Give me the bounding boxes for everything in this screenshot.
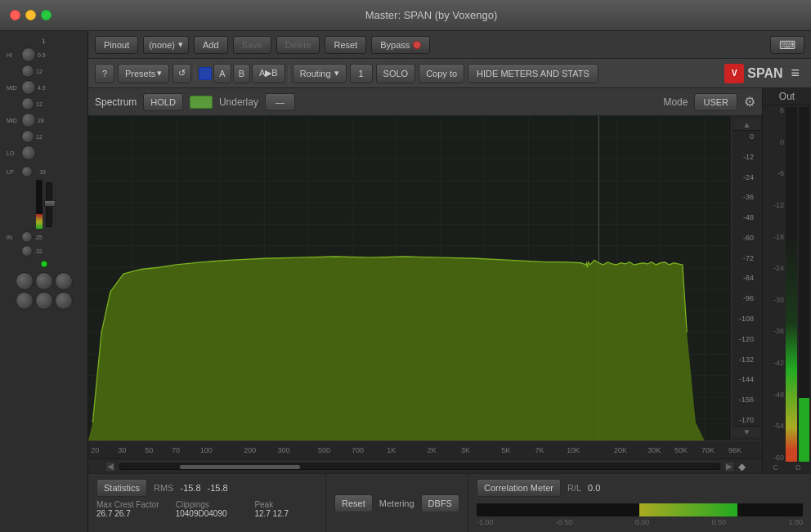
statistics-label[interactable]: Statistics: [96, 479, 147, 497]
fader-track[interactable]: [46, 182, 52, 227]
lo-knob[interactable]: [21, 145, 36, 160]
knob-extra4[interactable]: [16, 292, 34, 310]
menu-icon[interactable]: ≡: [786, 65, 804, 82]
hi-knob[interactable]: [21, 47, 36, 62]
routing-button[interactable]: Routing ▾: [293, 64, 347, 83]
solo-button[interactable]: SOLO: [376, 64, 416, 83]
c-label: C: [773, 463, 779, 472]
window-title: Master: SPAN (by Voxengo): [61, 9, 801, 21]
mid-knob[interactable]: [21, 80, 36, 95]
maximize-button[interactable]: [41, 10, 52, 20]
delete-button[interactable]: Delete: [276, 36, 320, 54]
rl-value: 0.0: [588, 483, 600, 493]
knob6[interactable]: [21, 130, 34, 143]
fader-thumb[interactable]: [44, 200, 56, 207]
bypass-button[interactable]: Bypass: [371, 36, 430, 54]
scroll-right-button[interactable]: ▶: [724, 461, 735, 472]
db-label-60: -60: [733, 234, 757, 242]
help-button[interactable]: ?: [95, 64, 114, 83]
db-label-144: -144: [733, 375, 757, 383]
freq-1k: 1K: [387, 446, 396, 454]
mini-meter: [36, 180, 43, 229]
knob-extra3[interactable]: [55, 272, 73, 290]
corr-scale-0.5: 0.50: [712, 518, 727, 526]
scroll-thumb-horizontal[interactable]: [180, 465, 300, 469]
lp-knob[interactable]: [21, 166, 33, 177]
stats-header: Statistics RMS -15.8 -15.8: [96, 479, 317, 497]
scale--6: -6: [764, 170, 784, 177]
knob2[interactable]: [21, 65, 34, 78]
knob4[interactable]: [21, 97, 34, 110]
freq-96k: 96K: [728, 446, 742, 454]
db-scroll-down[interactable]: ▼: [733, 426, 760, 437]
freq-700: 700: [352, 446, 364, 454]
a-indicator: [199, 67, 212, 80]
reset-top-button[interactable]: Reset: [325, 36, 366, 54]
in-knob[interactable]: [21, 231, 33, 243]
mode-label: Mode: [663, 96, 688, 108]
keyboard-button[interactable]: ⌨: [770, 36, 804, 54]
minimize-button[interactable]: [25, 10, 36, 20]
freq-scale: 20 30 50 70 100 200 300 500 700 1K 2K 3K…: [88, 440, 762, 458]
a-button[interactable]: A: [213, 64, 231, 83]
knob-extra1[interactable]: [16, 272, 34, 290]
channel-number[interactable]: 1: [350, 64, 373, 83]
presets-button[interactable]: Presets ▾: [118, 64, 169, 83]
knob-extra5[interactable]: [35, 292, 53, 310]
statistics-section: Statistics RMS -15.8 -15.8 Max Crest Fac…: [88, 474, 325, 532]
settings-icon[interactable]: ⚙: [744, 94, 755, 110]
correlation-label[interactable]: Correlation Meter: [477, 479, 561, 497]
dbfs-button[interactable]: DBFS: [421, 494, 459, 512]
scroll-left-button[interactable]: ◀: [105, 461, 116, 472]
horizontal-scrollbar: ◀ ▶ ◆: [88, 458, 762, 473]
out-label: Out: [763, 88, 811, 105]
scale--30: -30: [764, 297, 784, 304]
hold-button[interactable]: HOLD: [143, 93, 183, 111]
knob-extra6[interactable]: [55, 292, 73, 310]
db-label-72: -72: [733, 254, 757, 262]
plugin-main: Pinout (none) ▾ Add Save Delete Reset By…: [88, 31, 811, 532]
voxengo-logo: V: [724, 64, 744, 83]
add-button[interactable]: Add: [194, 36, 228, 54]
knob8[interactable]: [21, 245, 33, 257]
cd-labels: C D: [763, 463, 811, 473]
freq-5k: 5K: [501, 446, 510, 454]
rl-label: R/L: [567, 483, 581, 493]
scale--24: -24: [764, 265, 784, 272]
freq-50: 50: [145, 446, 153, 454]
scale--18: -18: [764, 234, 784, 241]
scroll-track-horizontal[interactable]: [119, 463, 720, 470]
meter-bar-c: [786, 107, 797, 462]
stats-reset-button[interactable]: Reset: [334, 494, 373, 512]
rms-label: RMS: [154, 483, 173, 493]
mode-button[interactable]: USER: [694, 93, 737, 111]
clippings-value: 10409D04090: [176, 509, 239, 518]
underlay-value[interactable]: —: [265, 93, 295, 111]
channel-strip: 1 HI 0.9 12 MID 4.5: [0, 31, 88, 532]
save-button[interactable]: Save: [233, 36, 271, 54]
b-button[interactable]: B: [233, 64, 250, 83]
stats-detail: Max Crest Factor 26.7 26.7 Clippings 104…: [96, 500, 317, 518]
pinout-button[interactable]: Pinout: [95, 36, 138, 54]
db-label-120: -120: [733, 335, 757, 343]
preset-select[interactable]: (none) ▾: [143, 36, 189, 54]
correlation-fill: [639, 503, 737, 516]
d-label: D: [795, 463, 801, 472]
close-button[interactable]: [10, 10, 20, 20]
stats-middle: Reset Metering DBFS: [325, 474, 468, 532]
mid2-knob[interactable]: [21, 113, 36, 127]
hide-meters-button[interactable]: HIDE METERS AND STATS: [468, 64, 598, 83]
reload-button[interactable]: ↺: [173, 64, 191, 83]
top-bar: Pinout (none) ▾ Add Save Delete Reset By…: [88, 31, 811, 59]
channel-controls: 1 HI 0.9 12 MID 4.5: [0, 31, 87, 532]
atob-button[interactable]: A▶B: [252, 64, 285, 83]
diamond-button[interactable]: ◆: [738, 461, 746, 472]
freq-200: 200: [244, 446, 256, 454]
db-scroll-up[interactable]: ▲: [733, 119, 760, 131]
db-label-108: -108: [733, 315, 757, 323]
max-crest-item: Max Crest Factor 26.7 26.7: [96, 500, 159, 518]
corr-scale-0: 0.00: [635, 518, 650, 526]
copy-to-button[interactable]: Copy to: [419, 64, 464, 83]
knob-extra2[interactable]: [35, 272, 53, 290]
db-label-170: -170: [733, 416, 757, 424]
